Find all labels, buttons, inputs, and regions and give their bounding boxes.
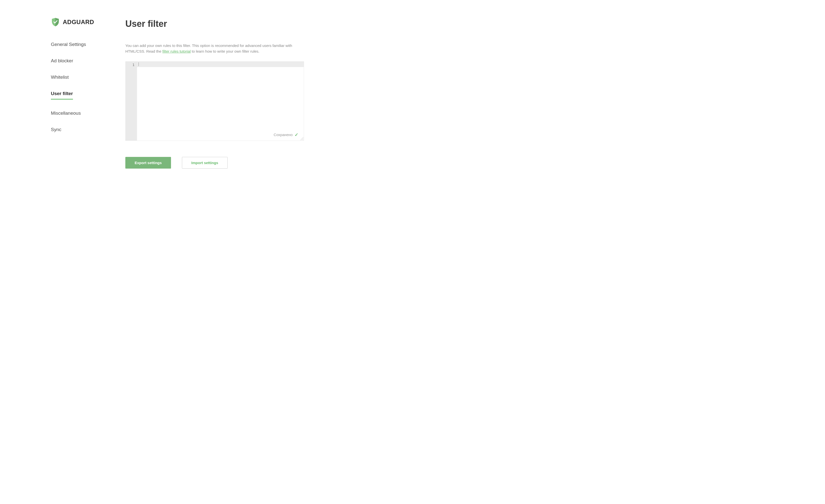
sidebar-item-whitelist[interactable]: Whitelist (51, 74, 69, 80)
sidebar-item-miscellaneous[interactable]: Miscellaneous (51, 111, 81, 116)
filter-editor[interactable]: 1 Сохранено ✓ (125, 61, 304, 141)
editor-body[interactable]: Сохранено ✓ (137, 62, 304, 141)
export-settings-button[interactable]: Export settings (125, 157, 171, 168)
sidebar: ADGUARD General Settings Ad blocker Whit… (51, 17, 125, 168)
sidebar-item-user-filter[interactable]: User filter (51, 91, 73, 99)
saved-status: Сохранено ✓ (274, 132, 298, 138)
editor-gutter: 1 (126, 62, 137, 141)
editor-current-line (137, 62, 304, 67)
sidebar-item-sync[interactable]: Sync (51, 127, 61, 132)
button-row: Export settings Import settings (125, 157, 304, 168)
description-text-post: to learn how to write your own filter ru… (191, 49, 259, 53)
filter-rules-tutorial-link[interactable]: filter rules tutorial (162, 49, 191, 53)
page-description: You can add your own rules to this filte… (125, 43, 304, 54)
line-number: 1 (126, 62, 137, 67)
page-title: User filter (125, 19, 304, 29)
svg-line-2 (303, 140, 304, 140)
sidebar-item-ad-blocker[interactable]: Ad blocker (51, 58, 73, 64)
import-settings-button[interactable]: Import settings (182, 157, 228, 168)
check-icon: ✓ (295, 132, 298, 138)
resize-handle-icon[interactable] (299, 136, 304, 141)
brand-name: ADGUARD (63, 19, 94, 25)
saved-label: Сохранено (274, 133, 293, 137)
main-content: User filter You can add your own rules t… (125, 17, 304, 168)
shield-icon (51, 17, 60, 27)
brand-logo: ADGUARD (51, 17, 125, 27)
sidebar-item-general-settings[interactable]: General Settings (51, 42, 86, 47)
